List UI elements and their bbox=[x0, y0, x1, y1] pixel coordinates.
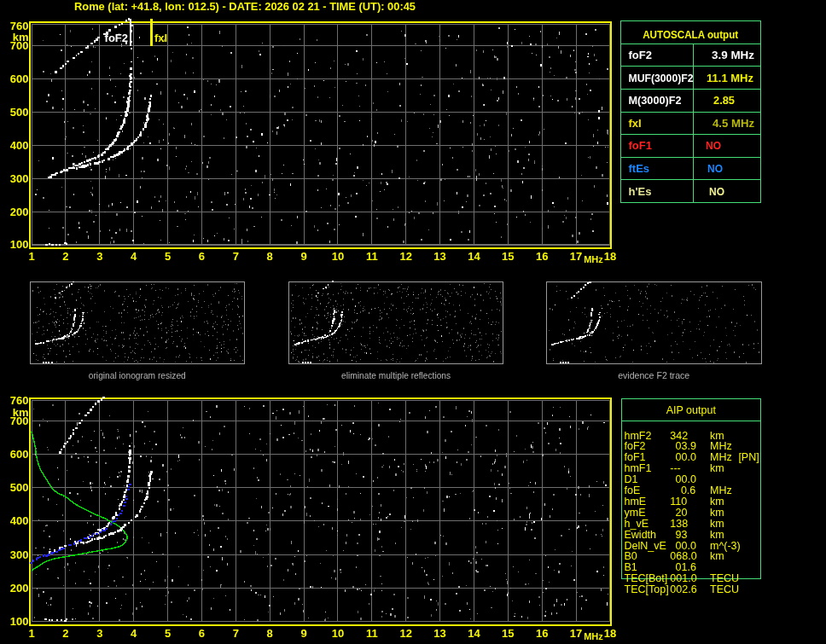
svg-text:15: 15 bbox=[502, 250, 514, 263]
svg-text:AIP output: AIP output bbox=[666, 404, 717, 416]
svg-text:NO: NO bbox=[706, 139, 721, 152]
svg-text:6: 6 bbox=[199, 250, 205, 263]
svg-text:11: 11 bbox=[366, 627, 378, 640]
svg-text:00.0: 00.0 bbox=[676, 540, 696, 552]
svg-text:ftEs: ftEs bbox=[629, 162, 650, 175]
svg-text:600: 600 bbox=[10, 73, 29, 85]
svg-text:10: 10 bbox=[332, 627, 344, 640]
svg-text:TEC[Bot]: TEC[Bot] bbox=[625, 572, 668, 584]
svg-text:foF2: foF2 bbox=[105, 32, 128, 44]
svg-text:fxI: fxI bbox=[629, 117, 642, 130]
svg-text:14: 14 bbox=[468, 250, 480, 263]
svg-text:300: 300 bbox=[10, 172, 29, 185]
svg-text:500: 500 bbox=[10, 106, 29, 119]
svg-text:6: 6 bbox=[199, 627, 205, 640]
svg-text:AUTOSCALA output: AUTOSCALA output bbox=[643, 28, 739, 41]
svg-text:eliminate multiple reflections: eliminate multiple reflections bbox=[341, 370, 451, 380]
svg-text:D1: D1 bbox=[625, 473, 638, 485]
svg-text:km: km bbox=[710, 507, 724, 519]
svg-text:Rome (lat: +41.8, lon: 012.5): Rome (lat: +41.8, lon: 012.5) - DATE: 20… bbox=[74, 0, 416, 13]
svg-text:km: km bbox=[710, 462, 724, 474]
svg-text:foE: foE bbox=[625, 484, 641, 496]
svg-text:2: 2 bbox=[62, 250, 68, 263]
svg-text:16: 16 bbox=[536, 250, 548, 263]
svg-text:5: 5 bbox=[165, 627, 171, 640]
svg-text:700: 700 bbox=[10, 39, 29, 52]
svg-text:1: 1 bbox=[28, 250, 34, 263]
svg-text:400: 400 bbox=[10, 139, 29, 152]
svg-text:100: 100 bbox=[10, 615, 29, 628]
svg-text:16: 16 bbox=[536, 627, 548, 640]
svg-text:2.85: 2.85 bbox=[713, 94, 735, 107]
svg-text:93: 93 bbox=[676, 529, 688, 541]
svg-text:7: 7 bbox=[233, 627, 239, 640]
svg-text:MHz: MHz bbox=[710, 440, 732, 452]
svg-text:100: 100 bbox=[10, 238, 29, 251]
svg-text:MHz: MHz bbox=[584, 631, 603, 641]
svg-text:17: 17 bbox=[570, 627, 582, 640]
svg-text:18: 18 bbox=[604, 250, 616, 263]
svg-text:m^(-3): m^(-3) bbox=[710, 540, 741, 552]
svg-text:[PN]: [PN] bbox=[738, 451, 759, 463]
svg-text:11: 11 bbox=[366, 250, 378, 263]
svg-text:8: 8 bbox=[267, 627, 273, 640]
svg-text:foF1: foF1 bbox=[625, 451, 646, 463]
svg-text:7: 7 bbox=[233, 250, 239, 263]
svg-text:3: 3 bbox=[96, 250, 102, 263]
svg-text:138: 138 bbox=[670, 518, 688, 530]
svg-text:NO: NO bbox=[707, 162, 723, 175]
svg-text:11.1 MHz: 11.1 MHz bbox=[707, 72, 753, 84]
svg-text:3: 3 bbox=[96, 627, 102, 640]
svg-text:TECU: TECU bbox=[710, 572, 739, 584]
svg-text:ymE: ymE bbox=[625, 507, 646, 519]
svg-text:200: 200 bbox=[10, 206, 29, 218]
svg-text:9: 9 bbox=[300, 627, 306, 640]
svg-text:200: 200 bbox=[10, 582, 29, 595]
svg-text:110: 110 bbox=[670, 496, 687, 508]
svg-text:km: km bbox=[710, 518, 724, 530]
svg-text:600: 600 bbox=[10, 448, 29, 461]
svg-text:MHz: MHz bbox=[584, 254, 603, 264]
svg-text:700: 700 bbox=[10, 415, 29, 427]
svg-text:foF2: foF2 bbox=[625, 440, 646, 452]
svg-text:MHz: MHz bbox=[710, 451, 732, 463]
svg-text:4.5 MHz: 4.5 MHz bbox=[713, 117, 755, 130]
svg-text:12: 12 bbox=[399, 250, 411, 263]
svg-text:M(3000)F2: M(3000)F2 bbox=[629, 94, 682, 107]
svg-text:13: 13 bbox=[433, 250, 445, 263]
svg-text:B0: B0 bbox=[625, 550, 637, 562]
svg-text:B1: B1 bbox=[625, 561, 637, 573]
svg-text:18: 18 bbox=[604, 627, 616, 640]
svg-text:14: 14 bbox=[468, 627, 480, 640]
svg-text:Ewidth: Ewidth bbox=[625, 529, 657, 541]
svg-text:original ionogram resized: original ionogram resized bbox=[89, 370, 186, 380]
svg-text:17: 17 bbox=[570, 250, 582, 263]
svg-text:hmF1: hmF1 bbox=[625, 462, 652, 474]
svg-text:hmE: hmE bbox=[625, 496, 647, 508]
svg-text:13: 13 bbox=[433, 627, 445, 640]
svg-text:evidence F2 trace: evidence F2 trace bbox=[618, 370, 689, 380]
svg-text:km: km bbox=[710, 529, 724, 541]
svg-text:3.9 MHz: 3.9 MHz bbox=[712, 49, 755, 61]
svg-text:foF1: foF1 bbox=[629, 139, 652, 152]
svg-text:2: 2 bbox=[62, 627, 68, 640]
svg-text:500: 500 bbox=[10, 481, 29, 494]
svg-text:068.0: 068.0 bbox=[670, 550, 696, 562]
svg-text:MHz: MHz bbox=[710, 484, 732, 496]
svg-text:km: km bbox=[710, 430, 724, 442]
svg-text:20: 20 bbox=[676, 507, 688, 519]
svg-text:03.9: 03.9 bbox=[676, 440, 696, 452]
svg-text:00.0: 00.0 bbox=[676, 451, 696, 463]
svg-text:DelN_vE: DelN_vE bbox=[625, 540, 666, 552]
svg-text:TECU: TECU bbox=[710, 583, 739, 595]
svg-text:00.0: 00.0 bbox=[676, 473, 696, 485]
svg-text:4: 4 bbox=[131, 250, 137, 263]
svg-text:h'Es: h'Es bbox=[629, 185, 652, 198]
svg-text:MUF(3000)F2: MUF(3000)F2 bbox=[629, 72, 694, 84]
svg-text:foF2: foF2 bbox=[629, 49, 652, 61]
svg-text:4: 4 bbox=[131, 627, 137, 640]
svg-text:1: 1 bbox=[28, 627, 34, 640]
svg-text:001.0: 001.0 bbox=[670, 572, 696, 584]
svg-text:400: 400 bbox=[10, 514, 29, 527]
svg-text:300: 300 bbox=[10, 548, 29, 561]
